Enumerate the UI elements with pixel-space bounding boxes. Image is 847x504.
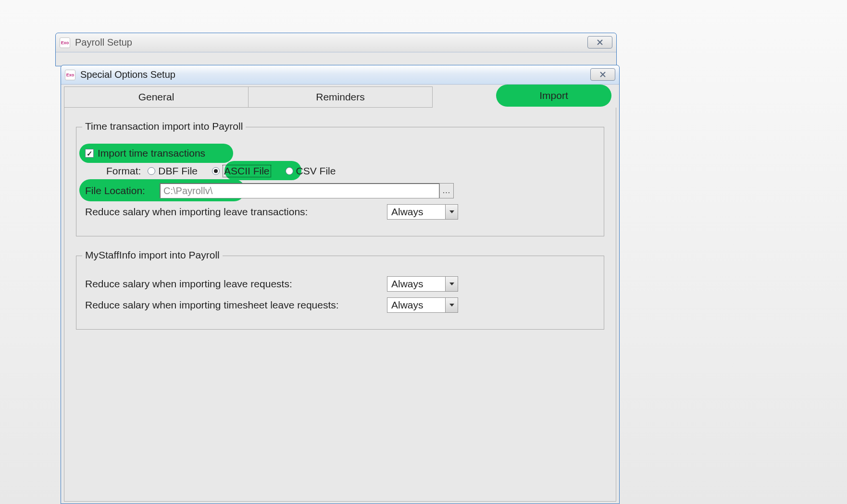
titlebar-special-options: Exo Special Options Setup <box>61 65 619 85</box>
reduce-timesheet-label: Reduce salary when importing timesheet l… <box>85 299 387 311</box>
reduce-leave-label: Reduce salary when importing leave reque… <box>85 278 387 290</box>
row-format: Format: DBF File ASCII File CSV File <box>106 165 595 177</box>
payroll-setup-window: Exo Payroll Setup <box>55 33 617 66</box>
tab-import[interactable]: Import <box>433 86 616 108</box>
radio-icon <box>212 167 220 175</box>
file-location-label: File Location: <box>85 185 160 197</box>
format-option-dbf[interactable]: DBF File <box>148 165 198 177</box>
checkbox-label: Import time transactions <box>98 148 205 159</box>
tab-label: General <box>138 91 174 103</box>
group-time-transaction: Time transaction import into Payroll Imp… <box>76 127 604 236</box>
exo-icon: Exo <box>60 37 70 48</box>
tab-reminders[interactable]: Reminders <box>249 86 433 108</box>
file-location-input[interactable] <box>160 183 439 198</box>
row-file-location: File Location: ... <box>85 183 595 198</box>
close-button[interactable] <box>587 36 612 49</box>
tab-label: Reminders <box>316 91 365 103</box>
format-option-csv[interactable]: CSV File <box>286 165 336 177</box>
tab-label: Import <box>539 90 568 101</box>
group-legend: Time transaction import into Payroll <box>82 121 246 132</box>
titlebar-payroll-setup: Exo Payroll Setup <box>56 33 616 52</box>
radio-icon <box>148 167 155 175</box>
tab-panel-import: Time transaction import into Payroll Imp… <box>64 108 616 502</box>
radio-label: DBF File <box>158 165 198 177</box>
close-icon <box>597 39 603 46</box>
group-mystaffinfo: MyStaffInfo import into Payroll Reduce s… <box>76 256 604 330</box>
select-value: Always <box>387 277 445 291</box>
special-options-window: Exo Special Options Setup General Remind… <box>61 65 620 504</box>
row-reduce-leave-requests: Reduce salary when importing leave reque… <box>85 276 595 292</box>
radio-label: CSV File <box>296 165 336 177</box>
chevron-down-icon <box>445 277 458 291</box>
window-title: Special Options Setup <box>80 69 175 80</box>
radio-label: ASCII File <box>223 165 271 177</box>
row-import-checkbox: Import time transactions <box>85 148 595 159</box>
reduce-salary-select[interactable]: Always <box>387 204 458 220</box>
group-legend: MyStaffInfo import into Payroll <box>82 249 223 261</box>
tab-row: General Reminders Import <box>64 86 616 108</box>
exo-icon: Exo <box>65 70 75 80</box>
reduce-salary-label: Reduce salary when importing leave trans… <box>85 206 387 218</box>
close-icon <box>599 71 606 78</box>
reduce-leave-select[interactable]: Always <box>387 276 458 292</box>
close-button[interactable] <box>590 68 615 81</box>
tab-general[interactable]: General <box>64 86 249 108</box>
import-time-transactions-checkbox[interactable] <box>85 149 94 158</box>
window-title: Payroll Setup <box>75 37 132 48</box>
select-value: Always <box>387 205 445 219</box>
radio-icon <box>286 167 293 175</box>
format-label: Format: <box>106 165 141 177</box>
row-reduce-timesheet-leave-requests: Reduce salary when importing timesheet l… <box>85 297 595 313</box>
highlight-pill: Import <box>496 85 611 107</box>
client-area: General Reminders Import Time transactio… <box>61 85 619 502</box>
reduce-timesheet-select[interactable]: Always <box>387 297 458 313</box>
browse-button[interactable]: ... <box>439 183 454 198</box>
row-reduce-leave-transactions: Reduce salary when importing leave trans… <box>85 204 595 220</box>
chevron-down-icon <box>445 205 458 219</box>
format-option-ascii[interactable]: ASCII File <box>212 165 271 177</box>
select-value: Always <box>387 298 445 312</box>
chevron-down-icon <box>445 298 458 312</box>
